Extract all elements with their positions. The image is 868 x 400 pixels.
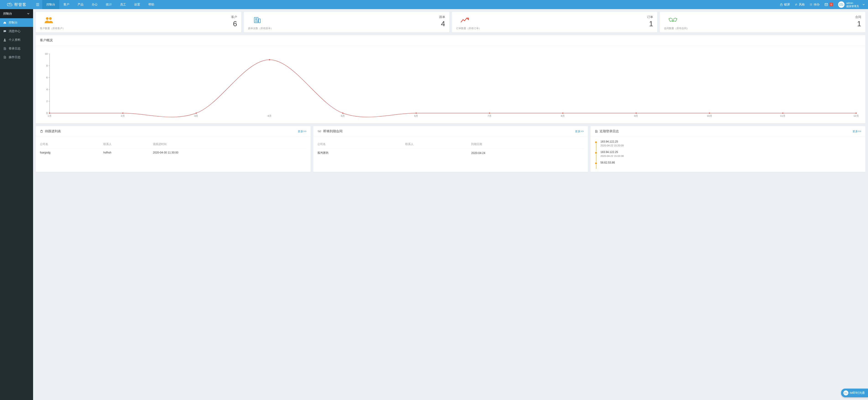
stat-sub: 合同数量（所有合同） [664, 27, 689, 30]
mail-button[interactable]: 0 [822, 0, 835, 9]
header-right: 锁屏 风格 待办 0 admin 超级管理员 [777, 0, 868, 9]
bars-icon [36, 3, 39, 6]
avatar [838, 1, 844, 8]
mail-badge: 0 [830, 3, 833, 6]
svg-text:2月: 2月 [121, 114, 125, 117]
sidebar-item[interactable]: 控制台 [0, 18, 33, 27]
stat-value: 6 [233, 20, 237, 28]
file-icon [3, 47, 6, 50]
customer-chart: 02468101月2月3月4月5月6月7月8月9月10月11月12月 [41, 53, 860, 119]
stat-title: 合同 [855, 15, 861, 19]
svg-text:8月: 8月 [561, 114, 565, 117]
svg-point-37 [195, 113, 197, 114]
svg-text:4: 4 [46, 88, 48, 91]
contract-col-contact: 联系人 [405, 140, 471, 149]
follow-panel: 待跟进列表 更多>> 公司名 联系人 需跟进时间 fsargsdghsfhsh2… [36, 126, 311, 172]
table-row[interactable]: fsargsdghsfhsh2020-04-30 11:30:00 [40, 149, 306, 157]
sidebar-item-label: 控制台 [9, 21, 18, 25]
top-nav-item[interactable]: 控制台 [42, 0, 59, 9]
home-icon [3, 21, 6, 24]
user-name: admin [846, 1, 859, 5]
todo-label: 待办 [814, 2, 819, 7]
stat-card[interactable]: 合同 1 合同数量（所有合同） [660, 12, 865, 32]
contract-more-link[interactable]: 更多>> [575, 130, 584, 133]
file-icon [3, 56, 6, 59]
sidebar-item[interactable]: 个人资料 [0, 36, 33, 44]
lock-screen-button[interactable]: 锁屏 [777, 0, 792, 9]
chevron-down-icon [27, 12, 30, 15]
sidebar-item-label: 个人资料 [9, 38, 21, 42]
file-icon [595, 130, 598, 133]
follow-col-time: 需跟进时间 [153, 140, 306, 149]
logo[interactable]: 帮管客 [0, 0, 33, 9]
svg-text:0: 0 [46, 112, 48, 114]
user-menu[interactable]: admin 超级管理员 [835, 1, 868, 8]
top-nav-item[interactable]: 产品 [73, 0, 88, 9]
contract-col-company: 公司名 [317, 140, 405, 149]
main-content: 客户 6 客户数量（所有客户） 跟单 4 跟单次数（所有跟单） 订单 1 订单数… [33, 9, 868, 400]
svg-point-45 [782, 113, 783, 114]
timeline-item[interactable]: 183.94.122.25 2020-04-22 15:03:38 [600, 151, 861, 161]
svg-text:4月: 4月 [268, 114, 272, 117]
im-chat-button[interactable]: IM即时沟通 [841, 389, 868, 397]
stat-card[interactable]: 跟单 4 跟单次数（所有跟单） [244, 12, 449, 32]
timeline-ip: 58.62.53.86 [600, 161, 861, 164]
login-more-link[interactable]: 更多>> [852, 130, 861, 133]
follow-col-company: 公司名 [40, 140, 103, 149]
follow-panel-title: 待跟进列表 [45, 129, 61, 133]
svg-text:11月: 11月 [780, 114, 785, 117]
timeline-dot [595, 141, 597, 144]
svg-text:9月: 9月 [634, 114, 638, 117]
clipboard-icon [40, 130, 43, 133]
stat-value: 1 [649, 20, 653, 28]
svg-point-38 [269, 59, 270, 60]
sidebar-header-label: 控制台 [3, 12, 12, 16]
trend-icon [460, 16, 470, 24]
list-icon [809, 3, 812, 6]
user-icon [3, 38, 6, 41]
sidebar-toggle-button[interactable] [33, 0, 42, 9]
top-nav-item[interactable]: 办公 [88, 0, 102, 9]
stat-title: 订单 [647, 15, 653, 19]
table-row[interactable]: 孤鸿寡鹄2020-04-24 [317, 149, 584, 157]
svg-point-41 [489, 113, 490, 114]
stat-card[interactable]: 客户 6 客户数量（所有客户） [36, 12, 241, 32]
svg-point-46 [856, 113, 857, 114]
svg-text:6: 6 [46, 76, 48, 79]
timeline-item[interactable]: 58.62.53.86 [600, 161, 861, 169]
todo-button[interactable]: 待办 [807, 0, 822, 9]
timeline-item[interactable]: 183.94.122.25 2020-04-22 15:20:09 [600, 140, 861, 151]
lock-label: 锁屏 [784, 2, 790, 7]
top-nav-item[interactable]: 客户 [59, 0, 73, 9]
top-nav-item[interactable]: 帮助 [144, 0, 158, 9]
comment-icon [3, 30, 6, 33]
contract-table: 公司名 联系人 到期日期 孤鸿寡鹄2020-04-24 [317, 140, 584, 157]
stat-value: 1 [857, 20, 861, 28]
sidebar-item-label: 登录日志 [9, 46, 21, 51]
svg-text:1月: 1月 [48, 114, 51, 117]
follow-more-link[interactable]: 更多>> [298, 130, 306, 133]
style-switch-button[interactable]: 风格 [792, 0, 807, 9]
sidebar-item[interactable]: 操作日志 [0, 53, 33, 62]
top-nav-item[interactable]: 员工 [116, 0, 130, 9]
user-info: admin 超级管理员 [846, 1, 859, 8]
timeline-dot [595, 152, 597, 154]
chevron-down-icon [862, 3, 865, 6]
svg-text:2: 2 [46, 100, 48, 103]
timeline-time: 2020-04-22 15:20:09 [600, 144, 861, 147]
sidebar-section-header[interactable]: 控制台 [0, 9, 33, 18]
cloud-icon [839, 3, 844, 6]
sidebar-item[interactable]: 消息中心 [0, 27, 33, 36]
contract-panel-title: 即将到期合同 [323, 129, 342, 133]
sidebar-item-label: 消息中心 [9, 29, 21, 33]
sidebar-item[interactable]: 登录日志 [0, 44, 33, 53]
sidebar: 控制台 控制台消息中心个人资料登录日志操作日志 [0, 9, 33, 400]
svg-point-40 [415, 113, 417, 114]
follow-col-contact: 联系人 [103, 140, 153, 149]
top-nav-item[interactable]: 设置 [130, 0, 144, 9]
stat-card[interactable]: 订单 1 订单数量（所有订单） [452, 12, 657, 32]
svg-point-39 [342, 113, 343, 114]
top-nav: 控制台客户产品办公统计员工设置帮助 [42, 0, 158, 9]
top-nav-item[interactable]: 统计 [102, 0, 116, 9]
contract-panel: 即将到期合同 更多>> 公司名 联系人 到期日期 孤鸿寡鹄2020-04-24 [313, 126, 588, 172]
